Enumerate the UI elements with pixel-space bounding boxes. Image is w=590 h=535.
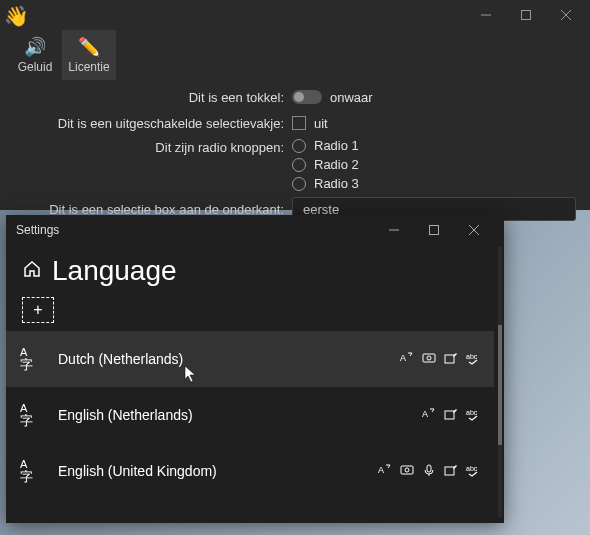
radio-label: Dit zijn radio knoppen: <box>14 138 292 155</box>
tab-label: Geluid <box>18 60 53 74</box>
checkbox-value: uit <box>314 116 328 131</box>
text-to-speech-icon: A <box>400 351 414 368</box>
settings-header: Language <box>6 245 504 291</box>
language-feature-icons: A abc <box>400 351 480 368</box>
radio-1[interactable] <box>292 139 306 153</box>
checkbox-label: Dit is een uitgeschakelde selectievakje: <box>14 116 292 131</box>
svg-rect-11 <box>445 355 454 363</box>
page-title: Language <box>52 255 177 287</box>
language-glyph-icon: A字 <box>20 403 46 427</box>
wave-icon: 👋 <box>4 4 29 28</box>
spellcheck-icon: abc <box>466 407 480 424</box>
tab-label: Licentie <box>68 60 109 74</box>
language-name: English (Netherlands) <box>58 407 410 423</box>
text-to-speech-icon: A <box>422 407 436 424</box>
toggle-label: Dit is een tokkel: <box>14 90 292 105</box>
settings-close-button[interactable] <box>454 215 494 245</box>
svg-point-10 <box>427 356 431 360</box>
svg-rect-20 <box>445 467 454 475</box>
spellcheck-icon: abc <box>466 351 480 368</box>
tab-sound[interactable]: 🔊 Geluid <box>8 30 62 80</box>
add-language-button[interactable]: + <box>22 297 54 323</box>
toggle-switch[interactable] <box>292 90 322 104</box>
svg-text:abc: abc <box>466 465 478 472</box>
language-item-english-uk[interactable]: A字 English (United Kingdom) A abc <box>6 443 494 499</box>
region-icon <box>422 351 436 368</box>
handwriting-icon <box>444 463 458 480</box>
language-list: A字 Dutch (Netherlands) A abc <box>6 331 504 499</box>
svg-rect-5 <box>430 226 439 235</box>
language-name: Dutch (Netherlands) <box>58 351 388 367</box>
language-feature-icons: A abc <box>422 407 480 424</box>
tab-license[interactable]: ✏️ Licentie <box>62 30 116 80</box>
svg-text:A: A <box>378 465 384 475</box>
svg-text:abc: abc <box>466 353 478 360</box>
settings-maximize-button[interactable] <box>414 215 454 245</box>
svg-rect-19 <box>427 465 431 472</box>
radio-1-label: Radio 1 <box>314 138 359 153</box>
radio-2[interactable] <box>292 158 306 172</box>
language-glyph-icon: A字 <box>20 459 46 483</box>
region-icon <box>400 463 414 480</box>
radio-group: Radio 1 Radio 2 Radio 3 <box>292 138 359 191</box>
spellcheck-icon: abc <box>466 463 480 480</box>
tabbar: 🔊 Geluid ✏️ Licentie <box>0 30 590 80</box>
handwriting-icon <box>444 351 458 368</box>
maximize-button[interactable] <box>506 1 546 29</box>
demo-window: 👋 🔊 Geluid ✏️ Licentie Dit is een tokkel… <box>0 0 590 210</box>
language-item-english-nl[interactable]: A字 English (Netherlands) A abc <box>6 387 494 443</box>
language-glyph-icon: A字 <box>20 347 46 371</box>
svg-rect-1 <box>522 11 531 20</box>
svg-rect-17 <box>401 466 413 474</box>
language-feature-icons: A abc <box>378 463 480 480</box>
svg-point-18 <box>405 468 409 472</box>
radio-2-label: Radio 2 <box>314 157 359 172</box>
svg-text:abc: abc <box>466 409 478 416</box>
speech-icon <box>422 463 436 480</box>
checkbox <box>292 116 306 130</box>
window-titlebar <box>0 0 590 30</box>
radio-3[interactable] <box>292 177 306 191</box>
close-button[interactable] <box>546 1 586 29</box>
home-icon[interactable] <box>22 259 42 284</box>
toggle-value: onwaar <box>330 90 373 105</box>
scrollbar-thumb[interactable] <box>498 325 502 445</box>
language-item-dutch-nl[interactable]: A字 Dutch (Netherlands) A abc <box>6 331 494 387</box>
speaker-icon: 🔊 <box>24 36 46 58</box>
settings-window: Settings Language + A字 Dutch (Netherland… <box>6 215 504 523</box>
form-area: Dit is een tokkel: onwaar Dit is een uit… <box>0 80 590 233</box>
svg-rect-9 <box>423 354 435 362</box>
language-name: English (United Kingdom) <box>58 463 366 479</box>
radio-3-label: Radio 3 <box>314 176 359 191</box>
minimize-button[interactable] <box>466 1 506 29</box>
settings-titlebar: Settings <box>6 215 504 245</box>
svg-text:A: A <box>400 353 406 363</box>
handwriting-icon <box>444 407 458 424</box>
svg-text:A: A <box>422 409 428 419</box>
cursor-icon <box>184 365 198 386</box>
settings-title: Settings <box>16 223 59 237</box>
svg-rect-14 <box>445 411 454 419</box>
scrollbar[interactable] <box>498 247 502 517</box>
text-to-speech-icon: A <box>378 463 392 480</box>
settings-minimize-button[interactable] <box>374 215 414 245</box>
pencil-icon: ✏️ <box>78 36 100 58</box>
